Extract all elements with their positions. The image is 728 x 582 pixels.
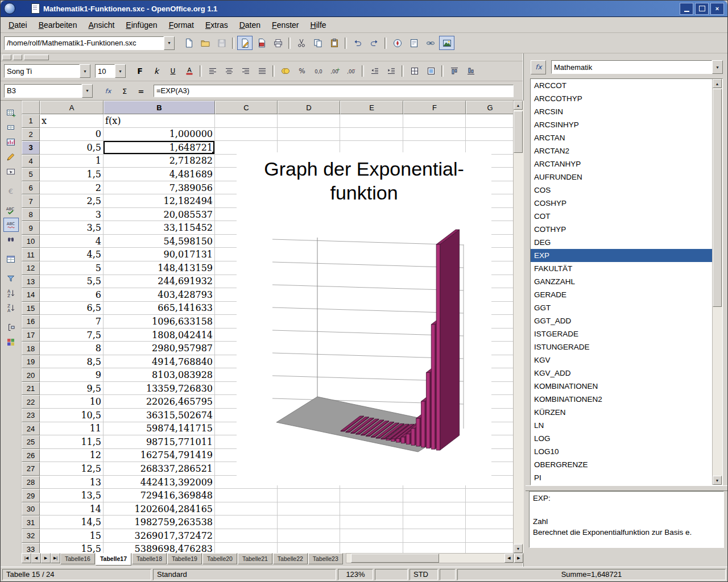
cell-B5[interactable]: 4,481689 bbox=[104, 168, 215, 181]
row-header-4[interactable]: 4 bbox=[22, 155, 40, 168]
row-header-7[interactable]: 7 bbox=[22, 194, 40, 208]
close-button[interactable]: × bbox=[710, 3, 724, 15]
decrease-indent-button[interactable] bbox=[367, 64, 382, 78]
cell-B31[interactable]: 1982759,263538 bbox=[104, 516, 215, 529]
function-list-item[interactable]: KÜRZEN bbox=[531, 406, 713, 419]
chart-object[interactable]: Graph der Exponential- funktion bbox=[237, 152, 491, 485]
cell-B10[interactable]: 54,598150 bbox=[104, 235, 215, 248]
cell-A17[interactable]: 7,5 bbox=[40, 329, 104, 342]
sheet-tab-tabelle20[interactable]: Tabelle20 bbox=[202, 553, 237, 564]
new-document-button[interactable] bbox=[181, 36, 196, 50]
cell-A26[interactable]: 12 bbox=[40, 449, 104, 463]
cell-G32[interactable] bbox=[466, 529, 513, 543]
cell-E29[interactable] bbox=[340, 489, 403, 502]
print-file-button[interactable] bbox=[270, 36, 286, 50]
menu-fenster[interactable]: Fenster bbox=[266, 18, 304, 32]
cell-D31[interactable] bbox=[278, 516, 340, 529]
cell-F29[interactable] bbox=[403, 489, 466, 502]
cell-C29[interactable] bbox=[215, 489, 278, 502]
row-header-3[interactable]: 3 bbox=[22, 141, 40, 155]
font-color-button[interactable]: A bbox=[181, 64, 197, 78]
tab-scroll-previous-button[interactable]: ◀ bbox=[31, 553, 41, 563]
cell-B17[interactable]: 1808,042414 bbox=[104, 329, 215, 342]
cell-C32[interactable] bbox=[215, 529, 278, 543]
chevron-down-icon[interactable]: ▼ bbox=[115, 64, 126, 78]
cell-A11[interactable]: 4,5 bbox=[40, 248, 104, 261]
redo-button[interactable] bbox=[366, 36, 382, 50]
cell-C30[interactable] bbox=[215, 502, 278, 516]
row-header-33[interactable]: 33 bbox=[22, 543, 40, 554]
increase-indent-button[interactable] bbox=[383, 64, 399, 78]
cell-A28[interactable]: 13 bbox=[40, 476, 104, 489]
row-header-17[interactable]: 17 bbox=[22, 329, 40, 342]
scroll-up-icon[interactable]: ▲ bbox=[514, 101, 523, 110]
cell-B13[interactable]: 244,691932 bbox=[104, 275, 215, 289]
sheet-tab-tabelle19[interactable]: Tabelle19 bbox=[167, 553, 202, 564]
cell-B33[interactable]: 5389698,476283 bbox=[104, 543, 215, 554]
function-list-item[interactable]: KOMBINATIONEN2 bbox=[531, 393, 713, 406]
align-right-button[interactable] bbox=[238, 64, 253, 78]
titlebar[interactable]: Mathematik1-Funktionen.sxc - OpenOffice.… bbox=[1, 1, 727, 17]
function-list-item[interactable]: ARCCOT bbox=[531, 79, 713, 92]
row-header-14[interactable]: 14 bbox=[22, 288, 40, 302]
row-header-15[interactable]: 15 bbox=[22, 302, 40, 315]
status-page-style[interactable]: Standard bbox=[153, 569, 336, 580]
cell-G31[interactable] bbox=[466, 516, 513, 529]
cell-B3[interactable]: 1,648721 bbox=[104, 141, 215, 155]
chevron-down-icon[interactable]: ▼ bbox=[80, 64, 90, 78]
cell-A13[interactable]: 5,5 bbox=[40, 275, 104, 289]
cell-E32[interactable] bbox=[340, 529, 403, 543]
cell-D1[interactable] bbox=[278, 114, 340, 128]
cell-B9[interactable]: 33,115452 bbox=[104, 221, 215, 235]
sort-descending-button[interactable]: ZA bbox=[3, 301, 19, 315]
cell-B18[interactable]: 2980,957987 bbox=[104, 342, 215, 355]
cell-A5[interactable]: 1,5 bbox=[40, 168, 104, 181]
background-color-button[interactable] bbox=[423, 64, 439, 78]
cell-A19[interactable]: 8,5 bbox=[40, 355, 104, 369]
cell-F1[interactable] bbox=[403, 114, 466, 128]
sheet-corner[interactable] bbox=[22, 101, 40, 114]
cell-A33[interactable]: 15,5 bbox=[40, 543, 104, 554]
function-list-item[interactable]: PI bbox=[531, 471, 713, 484]
cell-A4[interactable]: 1 bbox=[40, 155, 104, 168]
cell-E33[interactable] bbox=[340, 543, 403, 554]
menu-format[interactable]: Format bbox=[163, 18, 200, 32]
cell-B25[interactable]: 98715,771011 bbox=[104, 435, 215, 449]
cell-C2[interactable] bbox=[215, 128, 278, 142]
export-pdf-button[interactable] bbox=[254, 36, 269, 50]
row-header-13[interactable]: 13 bbox=[22, 275, 40, 289]
font-size-combobox[interactable]: 10 ▼ bbox=[95, 64, 126, 78]
horizontal-scrollbar[interactable]: ◀▶ bbox=[346, 553, 524, 563]
standard-format-button[interactable]: 0,0 bbox=[311, 64, 326, 78]
function-list-item[interactable]: FAKULTÄT bbox=[531, 262, 713, 275]
cell-B4[interactable]: 2,718282 bbox=[104, 155, 215, 168]
sheet-tab-tabelle18[interactable]: Tabelle18 bbox=[132, 553, 167, 564]
function-list-item[interactable]: LN bbox=[531, 419, 713, 432]
system-menu-icon[interactable] bbox=[4, 3, 15, 14]
function-list-scrollbar[interactable]: ▲ ▼ bbox=[712, 79, 722, 485]
function-wizard-button[interactable]: fx bbox=[100, 84, 115, 98]
cell-A29[interactable]: 13,5 bbox=[40, 489, 104, 502]
cut-button[interactable] bbox=[293, 36, 309, 50]
menu-einfgen[interactable]: Einfügen bbox=[120, 18, 163, 32]
column-header-D[interactable]: D bbox=[278, 101, 340, 114]
hyperlink-dialog-button[interactable] bbox=[423, 36, 438, 50]
row-header-1[interactable]: 1 bbox=[22, 114, 40, 128]
function-list-item[interactable]: LOG10 bbox=[531, 445, 713, 458]
tab-scroll-last-button[interactable]: ▶| bbox=[51, 553, 60, 563]
menu-daten[interactable]: Daten bbox=[234, 18, 266, 32]
vertical-scrollbar-thumb[interactable] bbox=[514, 111, 523, 153]
insert-object-button[interactable] bbox=[3, 135, 19, 149]
menu-extras[interactable]: Extras bbox=[200, 18, 234, 32]
function-list-item[interactable]: ARCTANHYP bbox=[531, 157, 713, 171]
cell-B11[interactable]: 90,017131 bbox=[104, 248, 215, 261]
justify-button[interactable] bbox=[254, 64, 270, 78]
cell-G29[interactable] bbox=[466, 489, 513, 502]
cell-A7[interactable]: 2,5 bbox=[40, 194, 104, 208]
cell-A10[interactable]: 4 bbox=[40, 235, 104, 248]
open-document-button[interactable] bbox=[197, 36, 213, 50]
cell-B14[interactable]: 403,428793 bbox=[104, 288, 215, 302]
cell-A30[interactable]: 14 bbox=[40, 502, 104, 516]
toolbar-dock-handle[interactable] bbox=[13, 55, 22, 60]
save-document-button[interactable] bbox=[214, 36, 229, 50]
